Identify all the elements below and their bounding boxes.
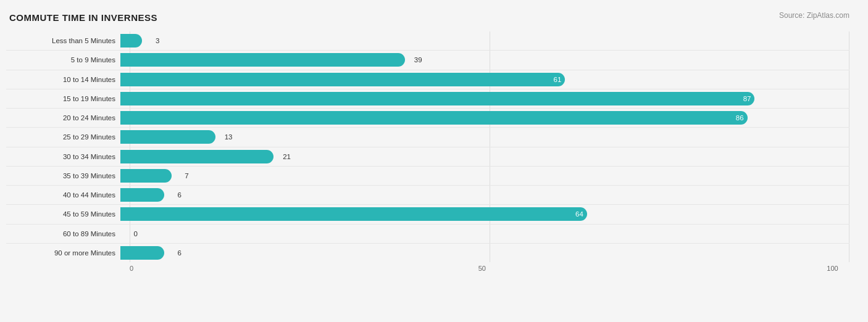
bars-wrapper: Less than 5 Minutes35 to 9 Minutes3910 t… [6, 31, 849, 262]
bar-fill: 61 [120, 73, 565, 86]
x-label-50: 50 [478, 265, 486, 279]
x-axis: 0 50 100 [130, 265, 849, 279]
bar-track: 87 [120, 92, 849, 105]
bar-row: 15 to 19 Minutes87 [6, 89, 849, 109]
bar-value: 13 [225, 133, 233, 141]
bar-label: 25 to 29 Minutes [6, 133, 120, 141]
bar-label: Less than 5 Minutes [6, 37, 120, 44]
bar-label: 10 to 14 Minutes [6, 76, 120, 83]
bar-label: 30 to 34 Minutes [6, 153, 120, 160]
bar-row: 45 to 59 Minutes64 [6, 205, 849, 224]
bar-value: 21 [283, 153, 291, 160]
bar-track: 0 [120, 227, 849, 241]
bar-fill: 64 [120, 207, 587, 221]
bar-fill: 21 [120, 150, 273, 163]
bar-row: Less than 5 Minutes3 [6, 31, 849, 51]
bar-fill: 13 [120, 130, 215, 144]
bar-value: 0 [134, 230, 138, 237]
bar-value: 7 [185, 172, 188, 180]
bar-value: 6 [177, 249, 181, 257]
bar-value: 39 [414, 56, 422, 64]
bar-value: 64 [575, 210, 583, 218]
bar-label: 35 to 39 Minutes [6, 172, 120, 180]
bar-label: 45 to 59 Minutes [6, 210, 120, 218]
source-label: Source: ZipAtlas.com [779, 11, 849, 20]
bar-value: 61 [554, 76, 562, 83]
bar-track: 86 [120, 111, 849, 125]
bar-row: 30 to 34 Minutes21 [6, 147, 849, 167]
bar-row: 35 to 39 Minutes7 [6, 167, 849, 186]
bar-track: 7 [120, 169, 849, 183]
bar-fill: 39 [120, 53, 405, 67]
x-label-0: 0 [130, 265, 133, 279]
bar-row: 90 or more Minutes6 [6, 244, 849, 262]
bar-label: 90 or more Minutes [6, 249, 120, 257]
chart-title: COMMUTE TIME IN INVERNESS [6, 12, 849, 23]
bar-label: 60 to 89 Minutes [6, 230, 120, 237]
bar-label: 20 to 24 Minutes [6, 114, 120, 122]
bar-row: 25 to 29 Minutes13 [6, 128, 849, 147]
bar-label: 40 to 44 Minutes [6, 191, 120, 199]
bar-row: 10 to 14 Minutes61 [6, 70, 849, 89]
bar-track: 39 [120, 53, 849, 67]
bar-row: 40 to 44 Minutes6 [6, 186, 849, 205]
bar-track: 21 [120, 150, 849, 163]
bar-track: 6 [120, 246, 849, 260]
bar-row: 60 to 89 Minutes0 [6, 225, 849, 244]
chart-container: COMMUTE TIME IN INVERNESS Source: ZipAtl… [0, 0, 868, 322]
x-label-100: 100 [827, 265, 838, 279]
chart-area: Less than 5 Minutes35 to 9 Minutes3910 t… [6, 31, 849, 279]
bar-value: 3 [156, 37, 159, 44]
bar-fill: 7 [120, 169, 172, 183]
bar-track: 61 [120, 73, 849, 86]
bar-label: 5 to 9 Minutes [6, 56, 120, 64]
bar-fill: 86 [120, 111, 748, 125]
bar-value: 87 [743, 95, 751, 102]
bar-track: 6 [120, 188, 849, 202]
bar-fill: 6 [120, 188, 164, 202]
bar-track: 3 [120, 34, 849, 47]
bar-fill: 3 [120, 34, 142, 47]
bar-fill: 87 [120, 92, 754, 105]
bar-row: 5 to 9 Minutes39 [6, 51, 849, 70]
bar-track: 13 [120, 130, 849, 144]
bar-value: 86 [736, 114, 744, 122]
bar-fill: 6 [120, 246, 164, 260]
bar-value: 6 [177, 191, 181, 199]
bar-track: 64 [120, 207, 849, 221]
bar-row: 20 to 24 Minutes86 [6, 109, 849, 128]
bar-label: 15 to 19 Minutes [6, 95, 120, 102]
